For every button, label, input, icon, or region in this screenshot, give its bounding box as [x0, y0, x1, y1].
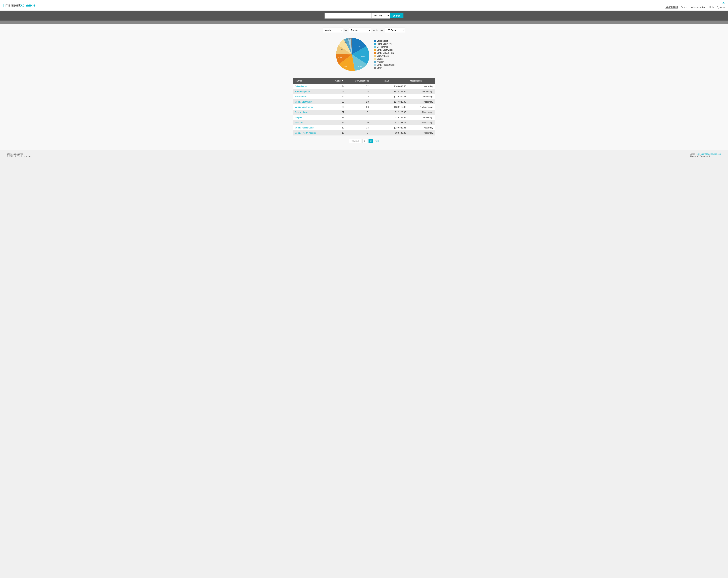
logo-bracket-open: [	[3, 3, 4, 7]
legend-label-amazon: Amazon	[377, 61, 384, 63]
footer-email-link[interactable]: IxSupport@1edisource.com	[697, 153, 721, 155]
nav-search[interactable]: Search	[681, 6, 688, 8]
cell-recent-5: 15 hours ago	[408, 110, 435, 115]
search-type-dropdown[interactable]: Find Any Partner Document Transaction	[371, 13, 390, 19]
col-alerts[interactable]: Alerts ▼	[333, 78, 353, 84]
filter-group-dropdown[interactable]: Partner Document Type Direction	[348, 28, 371, 33]
cell-value-7: $77,253.72	[382, 120, 408, 125]
cell-value-1: $413,701.66	[382, 89, 408, 94]
legend-color-other	[374, 67, 376, 69]
cell-recent-2: 2 days ago	[408, 94, 435, 99]
legend-color-century-label	[374, 55, 376, 57]
cell-alerts-9: 15	[333, 130, 353, 136]
nav-help[interactable]: Help	[709, 6, 714, 8]
footer-company: IntelligentXchange	[7, 153, 31, 155]
legend-color-veritiv-mid-america	[374, 52, 376, 54]
for-label: for the last	[373, 29, 384, 32]
legend-sp-richards: SP Richards	[374, 46, 394, 48]
cell-recent-7: 22 hours ago	[408, 120, 435, 125]
previous-button[interactable]: Previous	[349, 139, 361, 143]
cell-alerts-7: 21	[333, 120, 353, 125]
cell-partner-3: Veritiv SouthWest	[293, 99, 333, 104]
cell-conversations-6: 21	[353, 115, 382, 120]
cell-recent-3: yesterday	[408, 99, 435, 104]
search-input[interactable]	[324, 13, 371, 19]
cell-conversations-1: 18	[353, 89, 382, 94]
footer-left: IntelligentXchange © 2021 - 1 EDI Source…	[7, 153, 31, 158]
legend-label-veritiv-southwest: Veritiv SouthWest	[377, 49, 393, 51]
col-most-recent[interactable]: Most Recent	[408, 78, 435, 84]
filter-period-dropdown[interactable]: 30 Days 7 Days 90 Days 1 Year	[385, 28, 405, 33]
legend-veritiv-mid-america: Veritiv Mid America	[374, 52, 394, 54]
partner-link-5[interactable]: Century Label	[295, 111, 309, 113]
main-content: Alerts Transactions Documents by Partner…	[0, 24, 728, 150]
cell-alerts-5: 27	[333, 110, 353, 115]
col-value[interactable]: Value	[382, 78, 408, 84]
logo-xchange: Xchange	[20, 3, 35, 7]
chart-section: 21.3% 17.5% 10.6% 10.6% 9.5% 7.8% 6.3% 6…	[3, 36, 725, 73]
partner-link-8[interactable]: Veritiv Pacific Coast	[295, 127, 314, 129]
table-row: Century Label 27 8 $12,128.03 15 hours a…	[293, 110, 435, 115]
legend-label-veritiv-pacific: Veritiv Pacific Coast	[377, 64, 394, 66]
legend-color-veritiv-southwest	[374, 49, 376, 51]
pie-svg: 21.3% 17.5% 10.6% 10.6% 9.5% 7.8% 6.3% 6…	[334, 36, 370, 73]
cell-conversations-2: 33	[353, 94, 382, 99]
table-row: Veritiv Pacific Coast 17 14 $139,322.36 …	[293, 125, 435, 130]
cell-value-9: $90,420.39	[382, 130, 408, 136]
cell-alerts-2: 37	[333, 94, 353, 99]
col-conversations[interactable]: Conversations	[353, 78, 382, 84]
cell-recent-9: yesterday	[408, 130, 435, 136]
filter-row: Alerts Transactions Documents by Partner…	[3, 28, 725, 33]
cell-partner-8: Veritiv Pacific Coast	[293, 125, 333, 130]
cell-conversations-9: 8	[353, 130, 382, 136]
gear-icon[interactable]: ⚙	[722, 2, 725, 5]
partner-link-4[interactable]: Veritiv Mid America	[295, 106, 313, 108]
search-bar-container: Find Any Partner Document Transaction Se…	[0, 11, 728, 21]
cell-partner-5: Century Label	[293, 110, 333, 115]
nav-dashboard[interactable]: Dashboard	[666, 5, 678, 9]
nav-right: ⚙ Dashboard Search Administration Help S…	[666, 2, 725, 9]
cell-value-2: $119,359.65	[382, 94, 408, 99]
page-1-button[interactable]: 1	[362, 139, 367, 143]
logo: [intelligentXchange]	[3, 3, 36, 7]
partner-link-6[interactable]: Staples	[295, 116, 302, 119]
legend-amazon: Amazon	[374, 61, 394, 63]
partner-link-2[interactable]: SP Richards	[295, 95, 307, 98]
legend-label-sp-richards: SP Richards	[377, 46, 388, 48]
legend-color-amazon	[374, 61, 376, 63]
cell-partner-9: Veritiv - North Atlantic	[293, 130, 333, 136]
nav-system[interactable]: System	[717, 6, 725, 8]
footer-copyright: © 2021 - 1 EDI Source, Inc.	[7, 155, 31, 158]
next-button[interactable]: Next	[375, 140, 379, 142]
legend-veritiv-pacific-coast: Veritiv Pacific Coast	[374, 64, 394, 66]
filter-type-dropdown[interactable]: Alerts Transactions Documents	[323, 28, 343, 33]
legend-color-sp-richards	[374, 46, 376, 48]
footer: IntelligentXchange © 2021 - 1 EDI Source…	[0, 150, 728, 161]
partner-link-0[interactable]: Office Depot	[295, 85, 307, 87]
legend-color-office-depot	[374, 40, 376, 42]
cell-partner-6: Staples	[293, 115, 333, 120]
legend-label-home-depot-pro: Home Depot Pro	[377, 43, 392, 45]
search-button[interactable]: Search	[390, 13, 404, 18]
partner-link-7[interactable]: Amazon	[295, 121, 303, 124]
footer-email-label: Email:	[690, 153, 695, 155]
page-2-button[interactable]: 2	[368, 139, 373, 143]
legend-label-staples: Staples	[377, 58, 383, 60]
nav-administration[interactable]: Administration	[691, 6, 706, 8]
cell-value-4: $289,117.08	[382, 104, 408, 110]
partner-link-3[interactable]: Veritiv SouthWest	[295, 101, 312, 103]
by-label: by	[344, 29, 347, 32]
col-partner[interactable]: Partner	[293, 78, 333, 84]
legend-century-label: Century Label	[374, 55, 394, 57]
cell-value-3: $277,329.89	[382, 99, 408, 104]
legend-color-veritiv-pacific	[374, 64, 376, 66]
partner-link-1[interactable]: Home Depot Pro	[295, 90, 311, 93]
cell-value-0: $169,033.55	[382, 84, 408, 89]
cell-partner-2: SP Richards	[293, 94, 333, 99]
pct-century: 7.8%	[339, 49, 343, 50]
legend-label-office-depot: Office Depot	[377, 40, 388, 42]
cell-conversations-5: 8	[353, 110, 382, 115]
partner-link-9[interactable]: Veritiv - North Atlantic	[295, 132, 316, 134]
cell-partner-7: Amazon	[293, 120, 333, 125]
footer-right: Email: IxSupport@1edisource.com Phone: 8…	[690, 153, 721, 158]
